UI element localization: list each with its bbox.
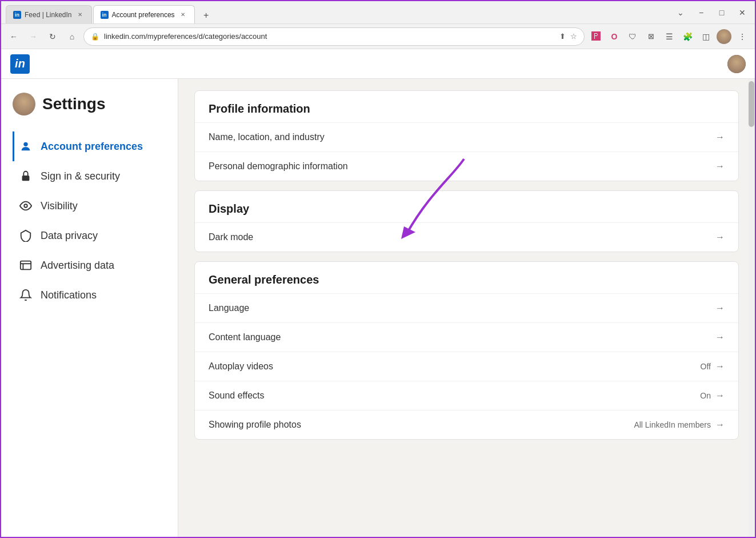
tab-list-button[interactable]: ⌄	[673, 5, 689, 21]
tab-account-label: Account preferences	[112, 11, 175, 19]
content-language-label: Content language	[209, 332, 715, 342]
main-panel: Profile information Name, location, and …	[178, 79, 755, 537]
autoplay-videos-item[interactable]: Autoplay videos Off →	[195, 352, 738, 381]
sidebar-item-account-preferences-label: Account preferences	[41, 141, 143, 153]
sidebar-item-data-privacy[interactable]: Data privacy	[13, 221, 166, 250]
svg-rect-1	[22, 176, 30, 181]
tab-feed-label: Feed | LinkedIn	[25, 11, 72, 19]
dark-mode-item[interactable]: Dark mode →	[195, 222, 738, 252]
showing-profile-photos-label: Showing profile photos	[209, 420, 634, 430]
menu-icon[interactable]: ⋮	[734, 29, 750, 45]
address-text: linkedin.com/mypreferences/d/categories/…	[104, 32, 555, 41]
showing-profile-photos-item[interactable]: Showing profile photos All LinkedIn memb…	[195, 410, 738, 439]
forward-button[interactable]: →	[25, 29, 41, 45]
lock-icon: 🔒	[91, 33, 99, 41]
language-label: Language	[209, 303, 715, 313]
sidebar-item-sign-in-label: Sign in & security	[41, 170, 120, 182]
profile-information-title: Profile information	[195, 91, 738, 122]
puzzle-icon[interactable]: 🧩	[679, 29, 695, 45]
svg-rect-3	[21, 261, 31, 270]
language-item[interactable]: Language →	[195, 293, 738, 322]
settings-avatar	[13, 93, 35, 115]
address-bar[interactable]: 🔒 linkedin.com/mypreferences/d/categorie…	[83, 27, 585, 46]
minimize-button[interactable]: −	[693, 5, 709, 21]
tab-feed-close[interactable]: ✕	[75, 10, 85, 19]
sound-effects-value: On	[700, 391, 711, 400]
sidebar-item-advertising-data[interactable]: Advertising data	[13, 250, 166, 280]
autoplay-videos-arrow: →	[715, 361, 725, 372]
toolbar-actions: 🅿 O 🛡 ⊠ ☰ 🧩 ◫ ⋮	[588, 29, 750, 45]
sound-effects-item[interactable]: Sound effects On →	[195, 381, 738, 410]
name-location-label: Name, location, and industry	[209, 132, 715, 142]
header-avatar[interactable]	[727, 55, 746, 73]
sound-effects-label: Sound effects	[209, 390, 700, 401]
svg-point-2	[24, 204, 27, 208]
home-button[interactable]: ⌂	[64, 29, 80, 45]
ad-icon	[19, 258, 33, 272]
lock-icon	[19, 169, 33, 183]
bookmark-icon[interactable]: ☆	[570, 32, 577, 41]
content-area: Settings Account preferences	[1, 79, 755, 537]
person-icon	[19, 140, 33, 153]
linkedin-app: in Settings	[1, 49, 755, 537]
sidebar: Settings Account preferences	[1, 79, 178, 537]
sidebar-item-visibility[interactable]: Visibility	[13, 191, 166, 221]
display-card: Display Dark mode →	[194, 190, 739, 252]
name-location-item[interactable]: Name, location, and industry →	[195, 122, 738, 152]
content-language-arrow: →	[715, 332, 725, 342]
browser-titlebar: in Feed | LinkedIn ✕ in Account preferen…	[1, 1, 755, 24]
browser-toolbar: ← → ↻ ⌂ 🔒 linkedin.com/mypreferences/d/c…	[1, 24, 755, 49]
content-language-item[interactable]: Content language →	[195, 322, 738, 352]
close-button[interactable]: ✕	[734, 5, 750, 21]
tab-feed[interactable]: in Feed | LinkedIn ✕	[6, 5, 92, 23]
svg-point-0	[23, 142, 27, 146]
reload-button[interactable]: ↻	[45, 29, 61, 45]
dark-mode-arrow: →	[715, 232, 725, 242]
settings-title: Settings	[42, 95, 105, 113]
sidebar-item-notifications-label: Notifications	[41, 289, 97, 301]
sidebar-item-visibility-label: Visibility	[41, 200, 78, 212]
extension-icon-1[interactable]: 🛡	[625, 29, 641, 45]
extension-icon-2[interactable]: ⊠	[643, 29, 659, 45]
general-preferences-card: General preferences Language → Content l…	[194, 261, 739, 440]
personal-demographic-label: Personal demographic information	[209, 161, 715, 172]
new-tab-button[interactable]: +	[198, 7, 214, 23]
display-title: Display	[195, 191, 738, 222]
sidebar-item-advertising-label: Advertising data	[41, 260, 114, 272]
sidebar-nav: Account preferences Sign in & security	[13, 131, 166, 310]
sound-effects-arrow: →	[715, 390, 725, 401]
browser-frame: in Feed | LinkedIn ✕ in Account preferen…	[0, 0, 756, 538]
sidebar-item-notifications[interactable]: Notifications	[13, 280, 166, 310]
language-arrow: →	[715, 303, 725, 313]
profile-information-card: Profile information Name, location, and …	[194, 90, 739, 181]
user-menu-icon[interactable]	[716, 29, 732, 45]
showing-profile-photos-arrow: →	[715, 420, 725, 430]
maximize-button[interactable]: □	[714, 5, 730, 21]
opera-extension-icon[interactable]: O	[606, 29, 622, 45]
name-location-arrow: →	[715, 132, 725, 142]
settings-header: Settings	[13, 93, 166, 115]
extension-icon-3[interactable]: ☰	[661, 29, 677, 45]
pocket-extension-icon[interactable]: 🅿	[588, 29, 604, 45]
sidebar-item-account-preferences[interactable]: Account preferences	[13, 131, 166, 161]
shield-icon	[19, 229, 33, 242]
autoplay-videos-value: Off	[701, 362, 711, 371]
personal-demographic-item[interactable]: Personal demographic information →	[195, 152, 738, 181]
tab-account-favicon: in	[101, 11, 109, 19]
sidebar-item-data-privacy-label: Data privacy	[41, 230, 98, 242]
linkedin-header: in	[1, 49, 755, 79]
share-icon[interactable]: ⬆	[559, 32, 566, 41]
eye-icon	[19, 199, 33, 213]
personal-demographic-arrow: →	[715, 161, 725, 172]
tab-account[interactable]: in Account preferences ✕	[93, 5, 195, 23]
sidebar-item-sign-in-security[interactable]: Sign in & security	[13, 161, 166, 191]
tab-account-close[interactable]: ✕	[178, 10, 187, 19]
autoplay-videos-label: Autoplay videos	[209, 361, 701, 372]
bell-icon	[19, 288, 33, 302]
sidebar-toggle-icon[interactable]: ◫	[698, 29, 714, 45]
back-button[interactable]: ←	[6, 29, 22, 45]
tab-bar: in Feed | LinkedIn ✕ in Account preferen…	[6, 1, 214, 23]
dark-mode-label: Dark mode	[209, 232, 715, 242]
header-right	[727, 55, 746, 73]
linkedin-logo[interactable]: in	[10, 54, 30, 74]
